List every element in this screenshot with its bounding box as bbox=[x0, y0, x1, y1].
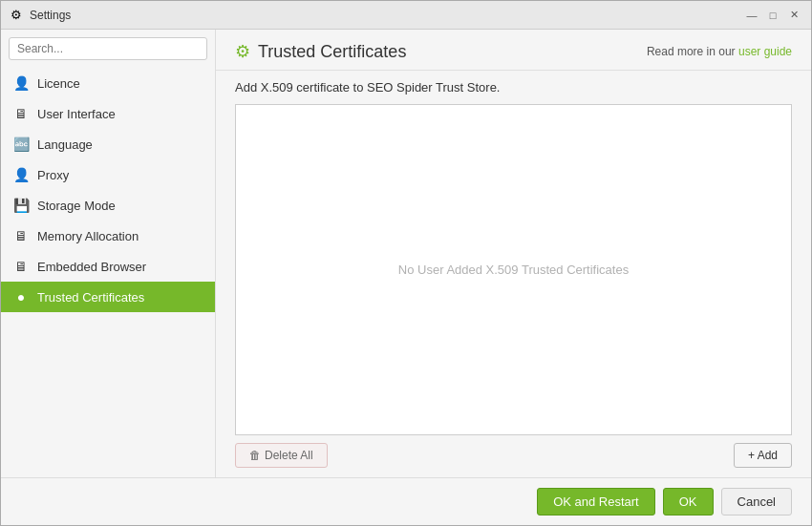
sidebar-label-trusted-certificates: Trusted Certificates bbox=[37, 290, 144, 305]
ok-button[interactable]: OK bbox=[663, 488, 714, 515]
main-panel: ⚙ Trusted Certificates Read more in our … bbox=[216, 30, 811, 477]
user-guide-prefix: Read more in our bbox=[647, 45, 738, 58]
page-title-icon: ⚙ bbox=[235, 41, 250, 62]
close-button[interactable]: ✕ bbox=[784, 6, 803, 25]
window-controls: — □ ✕ bbox=[742, 6, 803, 25]
settings-window: ⚙ Settings — □ ✕ 👤 Licence 🖥 User Interf… bbox=[0, 0, 812, 526]
sidebar-item-memory-allocation[interactable]: 🖥 Memory Allocation bbox=[1, 221, 215, 251]
sidebar-label-storage-mode: Storage Mode bbox=[37, 199, 116, 213]
search-input[interactable] bbox=[9, 37, 207, 60]
sidebar-item-storage-mode[interactable]: 💾 Storage Mode bbox=[1, 190, 215, 221]
sidebar-item-user-interface[interactable]: 🖥 User Interface bbox=[1, 98, 215, 129]
empty-message: No User Added X.509 Trusted Certificates bbox=[398, 263, 629, 277]
sidebar-label-user-interface: User Interface bbox=[37, 107, 116, 121]
maximize-button[interactable]: □ bbox=[763, 6, 782, 25]
certificates-list: No User Added X.509 Trusted Certificates bbox=[235, 104, 792, 435]
sidebar-label-embedded-browser: Embedded Browser bbox=[37, 260, 146, 274]
cancel-button[interactable]: Cancel bbox=[721, 488, 792, 515]
user-interface-icon: 🖥 bbox=[12, 105, 30, 122]
main-body: Add X.509 certificate to SEO Spider Trus… bbox=[216, 71, 811, 477]
window-icon: ⚙ bbox=[9, 8, 24, 23]
trusted-certificates-icon: ● bbox=[12, 288, 30, 305]
licence-icon: 👤 bbox=[12, 74, 30, 92]
embedded-browser-icon: 🖥 bbox=[12, 258, 30, 275]
sidebar-item-trusted-certificates[interactable]: ● Trusted Certificates bbox=[1, 282, 215, 312]
cert-actions: 🗑 Delete All + Add bbox=[235, 443, 792, 468]
sidebar-label-memory-allocation: Memory Allocation bbox=[37, 229, 139, 243]
language-icon: 🔤 bbox=[12, 136, 30, 153]
delete-all-button[interactable]: 🗑 Delete All bbox=[235, 443, 328, 468]
sidebar: 👤 Licence 🖥 User Interface 🔤 Language 👤 … bbox=[1, 30, 216, 477]
titlebar: ⚙ Settings — □ ✕ bbox=[1, 1, 811, 30]
delete-icon: 🗑 bbox=[249, 449, 261, 462]
sidebar-label-language: Language bbox=[37, 137, 93, 152]
page-title-text: Trusted Certificates bbox=[258, 42, 406, 62]
sidebar-item-language[interactable]: 🔤 Language bbox=[1, 129, 215, 159]
user-guide-link: Read more in our user guide bbox=[647, 45, 792, 58]
sidebar-label-licence: Licence bbox=[37, 76, 80, 91]
sidebar-item-licence[interactable]: 👤 Licence bbox=[1, 68, 215, 98]
window-title: Settings bbox=[30, 9, 742, 22]
footer: OK and Restart OK Cancel bbox=[1, 477, 811, 525]
sidebar-label-proxy: Proxy bbox=[37, 168, 69, 182]
storage-mode-icon: 💾 bbox=[12, 197, 30, 214]
delete-all-label: Delete All bbox=[265, 449, 313, 462]
add-button[interactable]: + Add bbox=[734, 443, 792, 468]
memory-allocation-icon: 🖥 bbox=[12, 227, 30, 244]
page-title: ⚙ Trusted Certificates bbox=[235, 41, 406, 62]
user-guide-anchor[interactable]: user guide bbox=[738, 45, 792, 58]
content-area: 👤 Licence 🖥 User Interface 🔤 Language 👤 … bbox=[1, 30, 811, 477]
main-header: ⚙ Trusted Certificates Read more in our … bbox=[216, 30, 811, 71]
sidebar-item-embedded-browser[interactable]: 🖥 Embedded Browser bbox=[1, 251, 215, 282]
ok-restart-button[interactable]: OK and Restart bbox=[537, 488, 655, 515]
description-text: Add X.509 certificate to SEO Spider Trus… bbox=[235, 80, 792, 95]
minimize-button[interactable]: — bbox=[742, 6, 761, 25]
sidebar-item-proxy[interactable]: 👤 Proxy bbox=[1, 159, 215, 190]
proxy-icon: 👤 bbox=[12, 166, 30, 183]
